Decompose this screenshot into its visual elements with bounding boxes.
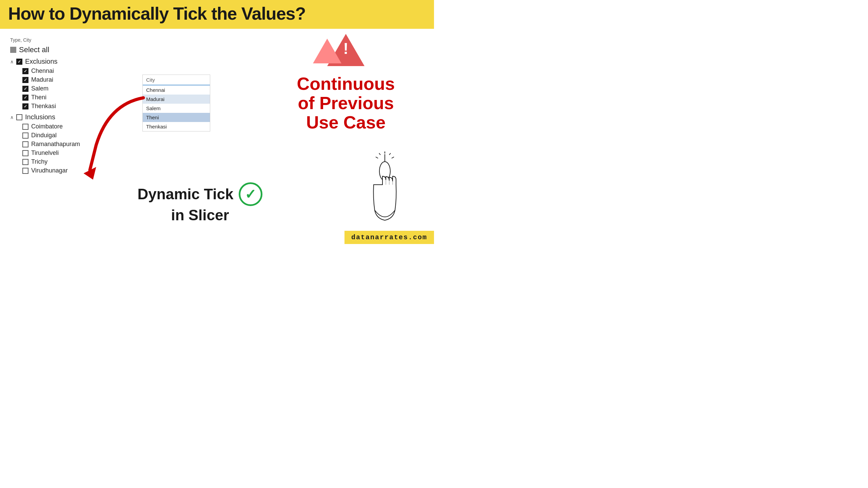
list-item[interactable]: Theni [22, 94, 119, 101]
inclusions-items: Coimbatore Dinduigal Ramanathapuram Tiru… [22, 123, 119, 174]
right-panel: ! Continuous of Previous Use Case [264, 34, 427, 133]
table-row[interactable]: Madurai [143, 95, 210, 104]
list-item[interactable]: Dinduigal [22, 132, 119, 139]
trichy-label: Trichy [31, 158, 47, 165]
salem-checkbox[interactable] [22, 86, 28, 92]
madurai-checkbox[interactable] [22, 77, 28, 83]
dinduigal-label: Dinduigal [31, 132, 57, 139]
ramanathapuram-label: Ramanathapuram [31, 141, 80, 148]
dinduigal-checkbox[interactable] [22, 133, 28, 139]
warning-triangle-wrapper: ! [327, 34, 364, 66]
in-slicer-label: in Slicer [171, 207, 229, 224]
ramanathapuram-checkbox[interactable] [22, 141, 28, 147]
exclusions-group-label: Exclusions [25, 58, 58, 65]
table-row[interactable]: Salem [143, 104, 210, 113]
svg-line-7 [379, 153, 380, 155]
thenkasi-checkbox[interactable] [22, 103, 28, 109]
select-all-row[interactable]: Select all [10, 45, 119, 54]
madurai-label: Madurai [31, 76, 53, 83]
city-table: City Chennai Madurai Salem Theni Thenkas… [142, 75, 210, 131]
dynamic-tick-section: Dynamic Tick ✓ in Slicer [115, 182, 285, 224]
list-item[interactable]: Virudhunagar [22, 167, 119, 174]
exclamation-icon: ! [343, 41, 348, 56]
virudhunagar-checkbox[interactable] [22, 168, 28, 174]
svg-line-8 [389, 153, 391, 155]
svg-line-10 [392, 157, 394, 158]
pointing-hand-icon [353, 151, 414, 225]
inclusions-group-label: Inclusions [25, 113, 55, 121]
exclusions-collapse-arrow[interactable]: ∧ [10, 59, 14, 64]
checkmark-symbol: ✓ [245, 186, 256, 202]
table-row-theni[interactable]: Theni [143, 113, 210, 122]
tirunelveli-checkbox[interactable] [22, 150, 28, 156]
list-item[interactable]: Madurai [22, 76, 119, 83]
triangle-inner [313, 39, 341, 63]
list-item[interactable]: Chennai [22, 67, 119, 75]
list-item[interactable]: Coimbatore [22, 123, 119, 130]
salem-label: Salem [31, 85, 48, 92]
green-checkmark-icon: ✓ [239, 182, 262, 206]
coimbatore-checkbox[interactable] [22, 124, 28, 130]
coimbatore-label: Coimbatore [31, 123, 63, 130]
list-item[interactable]: Tirunelveli [22, 149, 119, 157]
title-banner: How to Dynamically Tick the Values? [0, 0, 434, 29]
slicer-label: Type, City [10, 37, 119, 43]
select-all-checkbox[interactable] [10, 47, 16, 53]
chennai-label: Chennai [31, 67, 54, 75]
inclusions-group-header[interactable]: ∧ Inclusions [10, 113, 119, 121]
dynamic-tick-row: Dynamic Tick ✓ [138, 182, 263, 206]
dynamic-tick-label: Dynamic Tick [138, 186, 234, 203]
list-item[interactable]: Salem [22, 85, 119, 92]
footer-domain: datanarrates.com [344, 231, 434, 244]
theni-label: Theni [31, 94, 46, 101]
tirunelveli-label: Tirunelveli [31, 149, 59, 157]
exclusions-group-header[interactable]: ∧ Exclusions [10, 58, 119, 65]
virudhunagar-label: Virudhunagar [31, 167, 68, 174]
slicer-panel: Type, City Select all ∧ Exclusions Chenn… [10, 37, 119, 176]
exclusions-items: Chennai Madurai Salem Theni Thenkasi [22, 67, 119, 110]
svg-line-9 [376, 157, 378, 158]
select-all-label: Select all [19, 45, 49, 54]
continuous-text: Continuous of Previous Use Case [297, 74, 395, 133]
theni-checkbox[interactable] [22, 95, 28, 101]
inclusions-collapse-arrow[interactable]: ∧ [10, 115, 14, 120]
inclusions-checkbox[interactable] [16, 114, 22, 120]
list-item[interactable]: Trichy [22, 158, 119, 165]
exclusions-checkbox[interactable] [16, 59, 22, 65]
thenkasi-label: Thenkasi [31, 103, 56, 110]
table-row[interactable]: Chennai [143, 85, 210, 95]
trichy-checkbox[interactable] [22, 159, 28, 165]
list-item[interactable]: Thenkasi [22, 103, 119, 110]
page-title: How to Dynamically Tick the Values? [8, 4, 426, 23]
list-item[interactable]: Ramanathapuram [22, 141, 119, 148]
table-row[interactable]: Thenkasi [143, 122, 210, 131]
table-header: City [143, 75, 210, 85]
chennai-checkbox[interactable] [22, 68, 28, 74]
